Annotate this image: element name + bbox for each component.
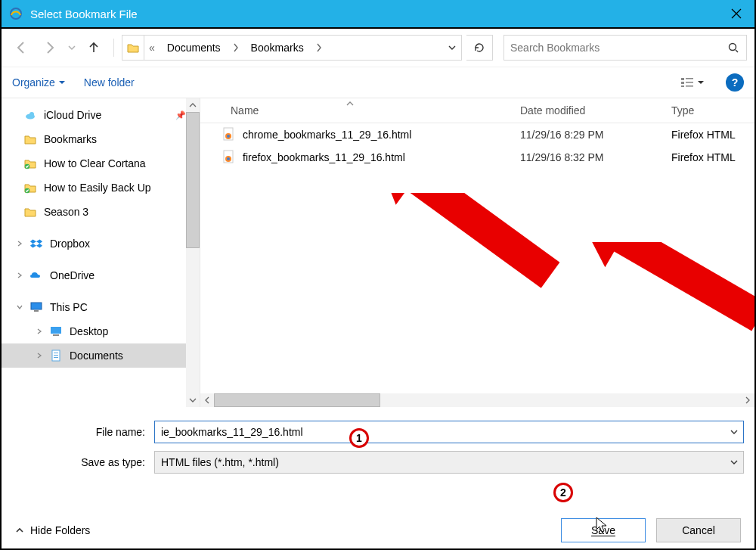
tree-cortana[interactable]: How to Clear Cortana	[2, 151, 186, 176]
scroll-up-icon[interactable]	[186, 98, 200, 112]
cancel-button[interactable]: Cancel	[656, 518, 741, 542]
svg-rect-5	[686, 78, 693, 79]
breadcrumb-documents[interactable]: Documents	[160, 36, 228, 60]
svg-point-22	[227, 135, 230, 138]
desktop-icon	[48, 324, 64, 339]
nav-row: « Documents Bookmarks	[2, 29, 754, 67]
pin-icon: 📌	[175, 110, 186, 120]
expand-icon[interactable]	[36, 353, 42, 359]
breadcrumb-prefix: «	[144, 36, 160, 60]
svg-rect-19	[54, 357, 58, 358]
svg-rect-13	[34, 310, 39, 312]
folder-icon	[23, 132, 38, 147]
organize-menu[interactable]: Organize	[12, 76, 66, 89]
tree-dropbox[interactable]: Dropbox	[2, 231, 186, 256]
chevron-icon	[228, 36, 243, 60]
filename-label: File name:	[12, 426, 154, 438]
svg-point-1	[730, 44, 736, 51]
file-pane: Name Date modified Type chrome_bookmarks…	[200, 98, 754, 407]
column-headers: Name Date modified Type	[200, 98, 754, 123]
documents-icon	[48, 348, 64, 363]
thispc-icon	[29, 300, 44, 315]
file-row[interactable]: chrome_bookmarks_11_29_16.html 11/29/16 …	[200, 123, 754, 146]
tree-onedrive[interactable]: OneDrive	[2, 263, 186, 287]
folder-tree[interactable]: iCloud Drive 📌 Bookmarks How to Clear Co…	[2, 98, 186, 407]
tree-bookmarks[interactable]: Bookmarks	[2, 127, 186, 151]
filename-field[interactable]	[154, 421, 744, 443]
recent-dropdown[interactable]	[67, 36, 77, 60]
chevron-up-icon	[15, 526, 24, 535]
savetype-field[interactable]: HTML files (*.htm, *.html)	[154, 451, 744, 474]
dropbox-icon	[29, 236, 44, 251]
scrollbar-thumb[interactable]	[186, 112, 200, 248]
sidebar: iCloud Drive 📌 Bookmarks How to Clear Co…	[2, 98, 200, 407]
file-row[interactable]: firefox_bookmarks_11_29_16.html 11/29/16…	[200, 146, 754, 169]
svg-rect-12	[31, 303, 42, 309]
up-button[interactable]	[82, 36, 106, 60]
scroll-down-icon[interactable]	[186, 393, 200, 407]
titlebar: Select Bookmark File	[2, 0, 754, 29]
close-button[interactable]	[718, 0, 754, 28]
collapse-icon[interactable]	[17, 304, 23, 310]
column-name[interactable]: Name	[200, 104, 520, 117]
horizontal-scrollbar[interactable]	[200, 393, 754, 407]
search-icon[interactable]	[720, 36, 746, 60]
breadcrumb-bookmarks[interactable]: Bookmarks	[243, 36, 311, 60]
sort-asc-icon	[346, 98, 354, 109]
tree-desktop[interactable]: Desktop	[2, 319, 186, 343]
svg-rect-2	[681, 78, 684, 80]
address-dropdown[interactable]	[443, 36, 461, 60]
ie-icon	[8, 5, 24, 22]
back-button[interactable]	[9, 36, 33, 60]
column-type[interactable]: Type	[671, 104, 754, 117]
scroll-right-icon[interactable]	[741, 393, 754, 407]
new-folder-button[interactable]: New folder	[84, 76, 135, 89]
tree-icloud[interactable]: iCloud Drive 📌	[2, 103, 186, 127]
svg-rect-14	[51, 327, 61, 334]
folder-check-icon	[23, 180, 38, 195]
svg-rect-6	[686, 82, 693, 83]
expand-icon[interactable]	[36, 328, 42, 334]
save-form: File name: Save as type: HTML files (*.h…	[2, 407, 754, 474]
svg-rect-18	[54, 355, 58, 356]
expand-icon[interactable]	[17, 272, 23, 278]
tree-documents[interactable]: Documents	[2, 343, 186, 368]
view-options-button[interactable]	[677, 73, 708, 92]
annotation-circle-2: 2	[553, 483, 573, 502]
filename-dropdown[interactable]	[725, 421, 743, 443]
hide-folders-button[interactable]: Hide Folders	[15, 524, 90, 536]
help-button[interactable]: ?	[726, 73, 744, 92]
scrollbar-thumb[interactable]	[214, 393, 380, 407]
filename-input[interactable]	[155, 426, 725, 438]
file-date: 11/29/16 8:32 PM	[520, 151, 671, 163]
search-input[interactable]	[504, 42, 720, 54]
search-box[interactable]	[503, 35, 747, 61]
svg-point-9	[29, 112, 34, 117]
savetype-label: Save as type:	[12, 456, 154, 468]
tree-thispc[interactable]: This PC	[2, 295, 186, 319]
forward-button[interactable]	[38, 36, 62, 60]
tree-season3[interactable]: Season 3	[2, 200, 186, 224]
folder-check-icon	[23, 156, 38, 171]
firefox-html-icon	[222, 150, 235, 166]
sidebar-scrollbar[interactable]	[186, 98, 200, 407]
tree-backup[interactable]: How to Easily Back Up	[2, 176, 186, 200]
scroll-left-icon[interactable]	[200, 393, 214, 407]
svg-rect-17	[54, 353, 58, 353]
refresh-button[interactable]	[466, 35, 493, 61]
savetype-dropdown[interactable]	[725, 452, 743, 473]
save-button[interactable]: Save	[561, 518, 646, 542]
address-bar[interactable]: « Documents Bookmarks	[122, 35, 462, 61]
chevron-icon	[311, 36, 327, 60]
window-title: Select Bookmark File	[30, 8, 718, 20]
svg-rect-7	[686, 85, 693, 87]
icloud-icon	[23, 107, 38, 123]
file-name: chrome_bookmarks_11_29_16.html	[243, 129, 411, 141]
expand-icon[interactable]	[17, 241, 23, 247]
annotation-circle-1: 1	[349, 428, 369, 448]
footer: Hide Folders Save Cancel	[2, 511, 754, 548]
svg-rect-3	[681, 82, 684, 84]
column-date[interactable]: Date modified	[520, 104, 671, 117]
svg-rect-4	[681, 85, 684, 87]
separator	[113, 39, 114, 57]
